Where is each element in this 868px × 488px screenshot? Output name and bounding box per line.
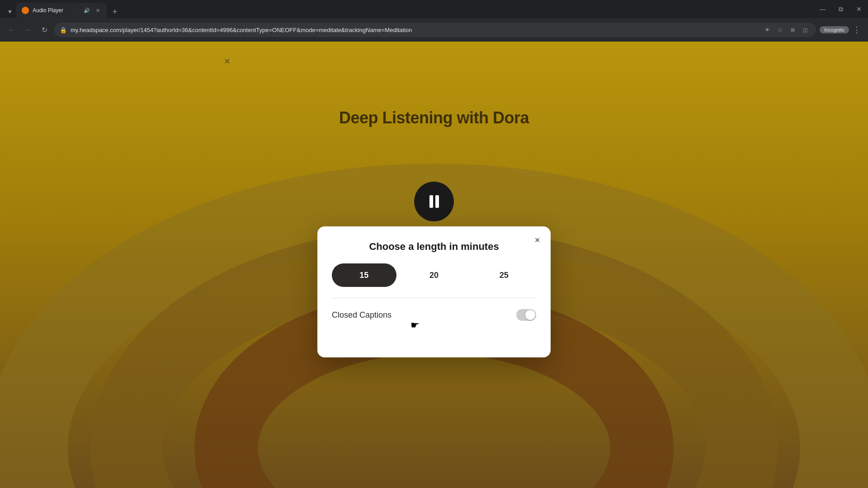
captions-row: Closed Captions xyxy=(332,309,536,321)
modal-divider xyxy=(332,298,536,298)
tab-audio-icon: 🔊 xyxy=(83,7,90,14)
captions-toggle[interactable] xyxy=(516,309,536,321)
address-icons: 👁 ☆ ⊞ ◫ xyxy=(762,24,811,35)
back-button[interactable]: ← xyxy=(5,23,18,36)
length-option-20[interactable]: 20 xyxy=(402,263,467,287)
minimize-button[interactable]: — xyxy=(817,4,828,14)
captions-label: Closed Captions xyxy=(332,310,392,320)
tab-title: Audio Player xyxy=(33,7,80,14)
tab-favicon xyxy=(22,7,29,14)
incognito-badge: Incognito xyxy=(820,26,849,33)
window-controls: — ⧉ ✕ xyxy=(817,4,864,14)
eye-slash-icon[interactable]: 👁 xyxy=(762,24,773,35)
close-button[interactable]: ✕ xyxy=(854,4,864,14)
bookmark-icon[interactable]: ☆ xyxy=(774,24,785,35)
length-option-25[interactable]: 25 xyxy=(472,263,536,287)
lock-icon: 🔒 xyxy=(60,27,67,33)
url-text: my.headspace.com/player/1454?authorId=36… xyxy=(71,27,758,33)
length-option-15[interactable]: 15 xyxy=(332,263,396,287)
page-content: ✕ Deep Listening with Dora ✕ Choose a le… xyxy=(0,42,868,488)
title-bar: ▼ Audio Player 🔊 ✕ + — ⧉ ✕ xyxy=(0,0,868,18)
forward-button[interactable]: → xyxy=(22,23,34,36)
length-options: 15 20 25 xyxy=(332,263,536,287)
sidebar-icon[interactable]: ◫ xyxy=(800,24,811,35)
modal-close-button[interactable]: ✕ xyxy=(531,234,543,246)
extensions-icon[interactable]: ⊞ xyxy=(787,24,798,35)
address-bar[interactable]: 🔒 my.headspace.com/player/1454?authorId=… xyxy=(54,23,816,37)
restore-button[interactable]: ⧉ xyxy=(835,4,846,14)
toggle-knob xyxy=(525,310,535,320)
browser-menu-button[interactable]: ⋮ xyxy=(851,23,863,37)
tab-close-button[interactable]: ✕ xyxy=(94,7,101,14)
length-modal: ✕ Choose a length in minutes 15 20 25 Cl… xyxy=(317,226,551,357)
new-tab-button[interactable]: + xyxy=(108,5,121,18)
reload-button[interactable]: ↻ xyxy=(38,23,51,36)
modal-title: Choose a length in minutes xyxy=(332,241,536,253)
toolbar-right: Incognito ⋮ xyxy=(820,23,863,37)
active-tab[interactable]: Audio Player 🔊 ✕ xyxy=(16,3,107,18)
browser-toolbar: ← → ↻ 🔒 my.headspace.com/player/1454?aut… xyxy=(0,18,868,42)
modal-overlay: ✕ Choose a length in minutes 15 20 25 Cl… xyxy=(0,42,868,488)
tab-strip-dropdown[interactable]: ▼ xyxy=(4,5,16,18)
tab-group: ▼ Audio Player 🔊 ✕ + xyxy=(4,0,121,18)
